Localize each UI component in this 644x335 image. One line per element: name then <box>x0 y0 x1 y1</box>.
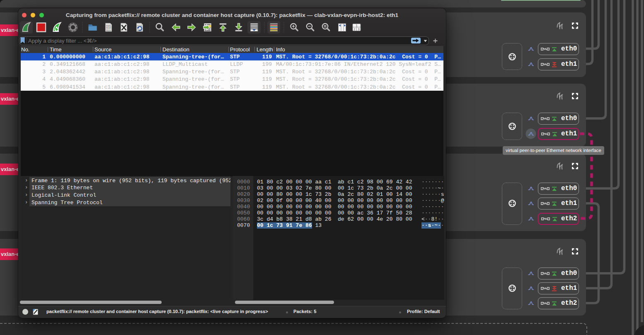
svg-text:0111: 0111 <box>106 29 111 32</box>
svg-text:1: 1 <box>356 24 358 27</box>
svg-text:2: 2 <box>354 28 356 31</box>
svg-text:3: 3 <box>358 28 360 31</box>
